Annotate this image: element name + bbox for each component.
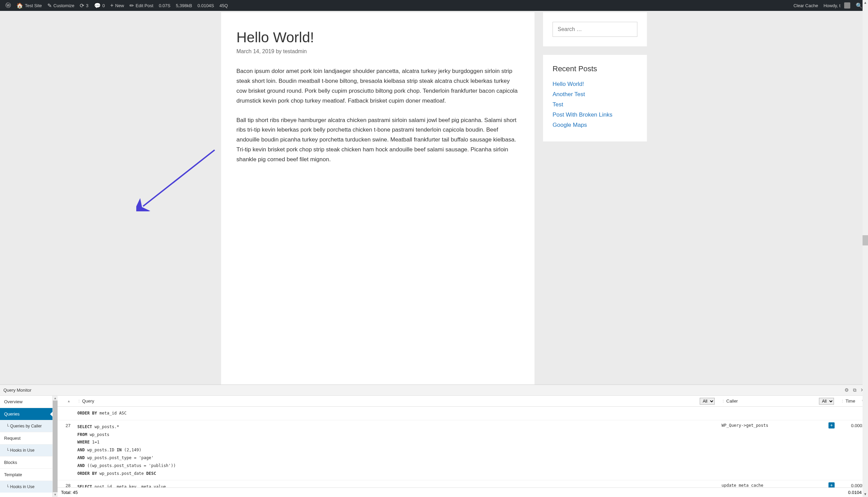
sidebar: Recent Posts Hello World! Another Test T… [543, 12, 647, 384]
howdy-link[interactable]: Howdy, t [821, 0, 853, 11]
recent-post-link[interactable]: Google Maps [553, 122, 587, 128]
footer-time: 0.0104 ▾ [848, 490, 865, 495]
sort-handle-icon[interactable]: ⋮ [77, 399, 81, 403]
site-name: Test Site [25, 3, 42, 8]
scroll-down-icon[interactable]: ▼ [53, 492, 58, 497]
row-query: SELECT post_id, meta_key, meta_value FRO… [74, 480, 718, 487]
query-monitor-panel: Query Monitor ⚙ ⧉ ✕ Overview Queries Que… [0, 384, 868, 497]
qm-content: ▲ ⋮QueryAll ⋮CallerAll ⋮Time▽ ORDER BY m… [58, 396, 868, 497]
scroll-up-icon[interactable]: ▲ [863, 0, 868, 5]
query-filter-select[interactable]: All [700, 398, 715, 404]
dashboard-icon: 🏠 [16, 2, 23, 9]
recent-post-link[interactable]: Hello World! [553, 81, 584, 87]
updates-link[interactable]: ⟳3 [77, 0, 91, 11]
qm-nav-hooks2[interactable]: Hooks in Use [0, 481, 53, 493]
admin-bar-left: ⓦ 🏠Test Site ✎Customize ⟳3 💬0 +New ✏Edit… [3, 0, 231, 11]
qm-nav: Overview Queries Queries by Caller Reque… [0, 396, 53, 497]
edit-label: Edit Post [136, 3, 153, 8]
scroll-down-icon[interactable]: ▼ [863, 492, 868, 497]
qm-header-controls: ⚙ ⧉ ✕ [844, 387, 865, 393]
qm-nav-template[interactable]: Template [0, 469, 53, 481]
qm-nav-overview[interactable]: Overview [0, 396, 53, 408]
db-time-value: 0.0104S [197, 3, 214, 8]
refresh-icon: ⟳ [80, 2, 84, 9]
row-caller: WP_Query->get_posts+ [718, 420, 837, 480]
comment-icon: 💬 [94, 2, 101, 9]
updates-count: 3 [86, 3, 88, 8]
row-query: ORDER BY meta_id ASC [74, 407, 718, 420]
recent-posts-list: Hello World! Another Test Test Post With… [553, 81, 637, 128]
recent-post-link[interactable]: Test [553, 101, 563, 108]
qm-nav-queries-caller[interactable]: Queries by Caller [0, 420, 53, 432]
recent-post-link[interactable]: Post With Broken Links [553, 112, 613, 118]
qm-rows: ORDER BY meta_id ASC 27 SELECT wp_posts.… [58, 407, 868, 487]
new-label: New [115, 3, 124, 8]
new-link[interactable]: +New [108, 0, 127, 11]
clear-cache-label: Clear Cache [793, 3, 818, 8]
table-row: ORDER BY meta_id ASC [58, 407, 868, 420]
post-body: Bacon ipsum dolor amet pork loin landjae… [236, 67, 519, 165]
post-paragraph: Bacon ipsum dolor amet pork loin landjae… [236, 67, 519, 106]
row-num: 27 [58, 420, 74, 480]
qm-nav-queries[interactable]: Queries [0, 408, 53, 420]
qm-nav-blocks[interactable]: Blocks [0, 456, 53, 469]
expand-button[interactable]: + [828, 422, 835, 428]
qm-nav-request[interactable]: Request [0, 432, 53, 444]
comments-link[interactable]: 💬0 [91, 0, 108, 11]
qm-col-query: ⋮QueryAll [74, 396, 718, 407]
search-input[interactable] [553, 22, 637, 37]
qm-memory[interactable]: 5,398kB [173, 0, 195, 11]
page-content: Hello World! March 14, 2019 by testadmin… [0, 11, 868, 384]
sort-handle-icon[interactable]: ⋮ [841, 399, 844, 403]
popout-icon[interactable]: ⧉ [853, 387, 856, 393]
expand-button[interactable]: + [828, 482, 835, 487]
caller-filter-select[interactable]: All [819, 398, 834, 404]
qm-nav-hooks[interactable]: Hooks in Use [0, 444, 53, 456]
wp-logo[interactable]: ⓦ [3, 0, 14, 11]
row-num [58, 407, 74, 420]
qm-body: Overview Queries Queries by Caller Reque… [0, 396, 868, 497]
browser-scrollbar[interactable]: ▲ ▼ [863, 0, 868, 497]
scroll-thumb[interactable] [863, 235, 868, 245]
qm-db-time[interactable]: 0.0104S [195, 0, 217, 11]
edit-post-link[interactable]: ✏Edit Post [127, 0, 156, 11]
footer-total: Total: 45 [61, 490, 78, 495]
admin-bar-right: Clear Cache Howdy, t 🔍 [791, 0, 865, 11]
qm-col-caller: ⋮CallerAll [718, 396, 837, 407]
sort-icon[interactable]: ▲ [67, 399, 71, 403]
recent-post-link[interactable]: Another Test [553, 91, 585, 98]
post-paragraph: Ball tip short ribs ribeye hamburger alc… [236, 116, 519, 165]
recent-posts-widget: Recent Posts Hello World! Another Test T… [543, 55, 647, 141]
qm-title: Query Monitor [3, 387, 31, 393]
pencil-icon: ✏ [130, 2, 134, 9]
scroll-thumb[interactable] [53, 400, 58, 492]
qm-queries[interactable]: 45Q [217, 0, 231, 11]
qm-timing[interactable]: 0.07S [156, 0, 173, 11]
qm-col-num: ▲ [58, 397, 74, 405]
search-icon: 🔍 [856, 2, 863, 9]
queries-value: 45Q [219, 3, 228, 8]
qm-footer: Total: 45 0.0104 ▾ [58, 487, 868, 497]
qm-table-header: ▲ ⋮QueryAll ⋮CallerAll ⋮Time▽ [58, 396, 868, 407]
sort-handle-icon[interactable]: ⋮ [722, 399, 725, 403]
customize-link[interactable]: ✎Customize [45, 0, 77, 11]
wordpress-icon: ⓦ [5, 2, 11, 9]
brush-icon: ✎ [47, 2, 52, 9]
clear-cache-link[interactable]: Clear Cache [791, 0, 821, 11]
scroll-up-icon[interactable]: ▲ [53, 396, 58, 400]
row-caller [718, 407, 837, 420]
recent-posts-title: Recent Posts [553, 65, 637, 73]
customize-label: Customize [54, 3, 74, 8]
qm-nav-scrollbar[interactable]: ▲ ▼ [53, 396, 58, 497]
avatar [844, 2, 850, 9]
wp-admin-bar: ⓦ 🏠Test Site ✎Customize ⟳3 💬0 +New ✏Edit… [0, 0, 868, 11]
timing-value: 0.07S [159, 3, 170, 8]
search-widget [543, 12, 647, 46]
gear-icon[interactable]: ⚙ [844, 387, 849, 393]
site-name-link[interactable]: 🏠Test Site [14, 0, 45, 11]
row-query: SELECT wp_posts.* FROM wp_posts WHERE 1=… [74, 420, 718, 480]
row-caller: update_meta_cache+ [718, 480, 837, 487]
row-num: 28 [58, 480, 74, 487]
table-row: 28 SELECT post_id, meta_key, meta_value … [58, 480, 868, 487]
comments-count: 0 [103, 3, 105, 8]
